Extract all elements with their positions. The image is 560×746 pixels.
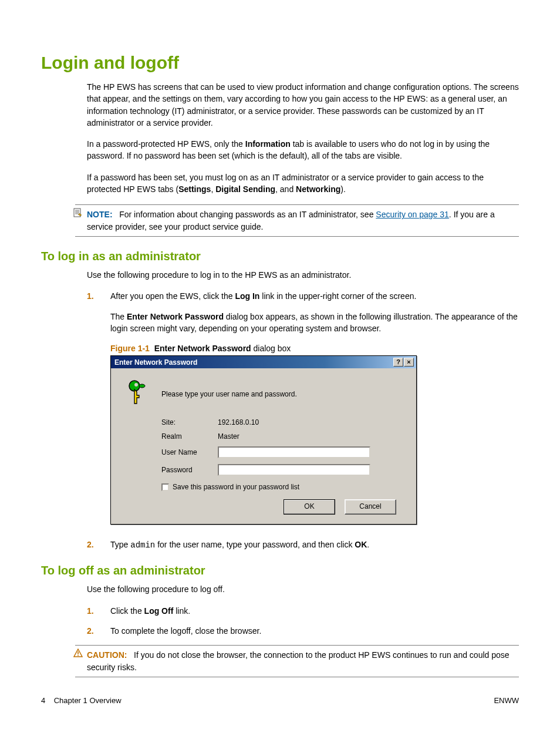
bold-log-in: Log In — [235, 291, 259, 301]
bold-information: Information — [245, 139, 291, 149]
svg-rect-4 — [77, 651, 79, 654]
text: To complete the logoff, close the browse… — [110, 626, 261, 636]
logoff-step-2: 2. To complete the logoff, close the bro… — [87, 625, 519, 637]
close-button[interactable]: × — [404, 358, 414, 367]
code-admin: admin — [130, 540, 155, 550]
intro-paragraph-3: If a password has been set, you must log… — [87, 172, 519, 196]
caution-label: CAUTION: — [87, 650, 127, 660]
note-block: NOTE: For information about changing pas… — [75, 204, 519, 237]
bold-ok: OK — [355, 540, 367, 549]
text: Type — [110, 540, 130, 549]
text: link. — [173, 606, 190, 616]
text: , — [211, 184, 215, 194]
password-input[interactable] — [218, 464, 370, 476]
note-text: For information about changing passwords… — [119, 210, 376, 219]
realm-label: Realm — [161, 432, 218, 441]
text: Click the — [110, 606, 144, 616]
svg-point-3 — [139, 384, 145, 388]
step-number: 2. — [87, 625, 94, 637]
site-label: Site: — [161, 418, 218, 426]
username-input[interactable] — [218, 446, 370, 458]
figure-caption-bold: Enter Network Password — [154, 344, 251, 353]
caution-icon — [73, 648, 83, 658]
login-step-2: 2. Type admin for the user name, type yo… — [87, 539, 519, 551]
help-button[interactable]: ? — [393, 358, 403, 367]
login-step-1-sub: The Enter Network Password dialog box ap… — [110, 311, 519, 335]
logoff-step-1: 1. Click the Log Off link. — [87, 605, 519, 617]
dialog-prompt: Please type your user name and password. — [161, 390, 297, 398]
bold-settings: Settings — [178, 184, 211, 194]
dialog-title-text: Enter Network Password — [114, 358, 197, 367]
realm-value: Master — [218, 432, 239, 441]
text: ). — [340, 184, 346, 194]
login-intro: Use the following procedure to log in to… — [87, 269, 519, 281]
chapter-label: Chapter 1 Overview — [54, 696, 122, 705]
note-label: NOTE: — [87, 210, 113, 219]
logoff-intro: Use the following procedure to log off. — [87, 583, 519, 595]
save-password-checkbox[interactable] — [161, 483, 169, 491]
dialog-titlebar: Enter Network Password ? × — [111, 356, 416, 368]
step-number: 2. — [87, 539, 94, 550]
key-icon — [126, 380, 161, 408]
text: . — [367, 540, 369, 549]
caution-text: If you do not close the browser, the con… — [87, 650, 510, 671]
login-step-1: 1. After you open the EWS, click the Log… — [87, 290, 519, 334]
svg-rect-5 — [77, 655, 79, 656]
ok-button[interactable]: OK — [284, 499, 335, 515]
enter-network-password-dialog: Enter Network Password ? × Please type y… — [110, 355, 417, 525]
text: , and — [275, 184, 296, 194]
svg-point-2 — [134, 383, 138, 387]
text: After you open the EWS, click the — [110, 291, 235, 301]
site-value: 192.168.0.10 — [218, 418, 259, 426]
lang-code: ENWW — [494, 696, 519, 705]
login-heading: To log in as an administrator — [41, 250, 519, 263]
page-title: Login and logoff — [41, 53, 519, 73]
intro-paragraph-1: The HP EWS has screens that can be used … — [87, 81, 519, 129]
logoff-heading: To log off as an administrator — [41, 564, 519, 577]
figure-id: Figure 1-1 — [110, 344, 150, 353]
bold-log-off: Log Off — [144, 606, 174, 616]
note-icon — [73, 208, 83, 217]
bold-enter-network-password: Enter Network Password — [127, 312, 224, 321]
password-label: Password — [161, 466, 218, 474]
text: In a password-protected HP EWS, only the — [87, 139, 245, 149]
page-footer: 4 Chapter 1 Overview ENWW — [41, 696, 519, 705]
caution-block: CAUTION: If you do not close the browser… — [75, 645, 519, 677]
figure-caption: Figure 1-1 Enter Network Password dialog… — [110, 344, 519, 353]
security-link[interactable]: Security on page 31 — [376, 210, 449, 219]
step-number: 1. — [87, 605, 94, 617]
intro-paragraph-2: In a password-protected HP EWS, only the… — [87, 138, 519, 162]
username-label: User Name — [161, 448, 218, 456]
step-number: 1. — [87, 290, 94, 302]
text: link in the upper-right corner of the sc… — [259, 291, 416, 301]
page-number: 4 — [41, 696, 45, 705]
text: for the user name, type your password, a… — [155, 540, 355, 549]
cancel-button[interactable]: Cancel — [345, 499, 396, 515]
save-password-label: Save this password in your password list — [173, 483, 299, 491]
text: The — [110, 312, 127, 321]
bold-networking: Networking — [296, 184, 340, 194]
figure-caption-tail: dialog box — [251, 344, 291, 353]
bold-digital-sending: Digital Sending — [215, 184, 275, 194]
